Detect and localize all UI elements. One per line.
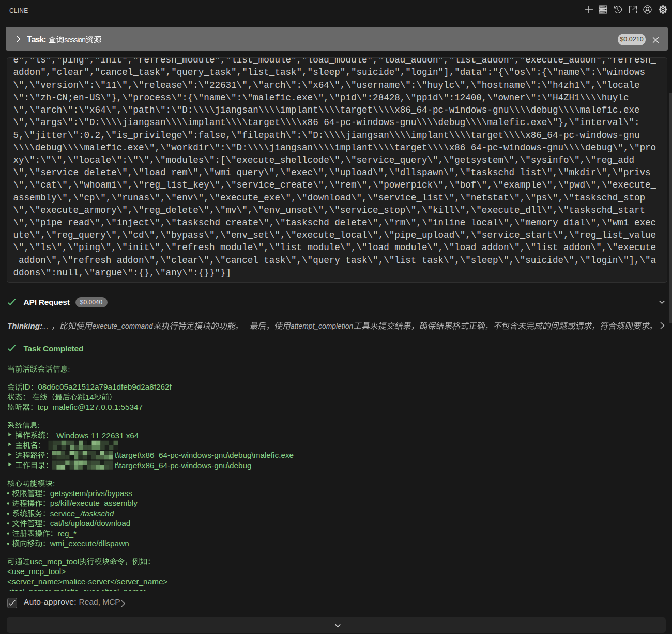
svg-text:t\target\x86_64-pc-windows-gnu: t\target\x86_64-pc-windows-gnu\debug\mal… xyxy=(115,451,294,459)
svg-text:<use_mcp_tool>: <use_mcp_tool> xyxy=(7,567,66,576)
svg-text::: : xyxy=(38,421,40,429)
svg-text:attempt_completion: attempt_completion xyxy=(291,322,353,330)
svg-text:tcp_malefic@127.0.0.1:55347: tcp_malefic@127.0.0.1:55347 xyxy=(38,403,143,411)
svg-text:<server_name>malice-server</se: <server_name>malice-server</server_name> xyxy=(7,577,167,586)
svg-text:getsystem/privs/bypass: getsystem/privs/bypass xyxy=(50,489,132,498)
svg-text:...: ... xyxy=(42,322,49,330)
svg-text:/taskschd_: /taskschd_ xyxy=(80,509,118,518)
svg-text:Task:: Task: xyxy=(27,35,46,44)
svg-text:wmi_execute/dllspawn: wmi_execute/dllspawn xyxy=(50,539,129,548)
svg-text:Thinking:: Thinking: xyxy=(7,321,42,330)
svg-text:Windows 11 22631 x64: Windows 11 22631 x64 xyxy=(56,431,139,440)
svg-text:cat/ls/upload/download: cat/ls/upload/download xyxy=(50,519,131,528)
svg-text:reg_*: reg_* xyxy=(57,529,77,538)
svg-text:ps/kill/execute_assembly: ps/kill/execute_assembly xyxy=(50,499,138,507)
svg-text:14: 14 xyxy=(85,393,95,401)
svg-text:service_: service_ xyxy=(50,509,80,518)
svg-text:t\target\x86_64-pc-windows-gnu: t\target\x86_64-pc-windows-gnu\debug xyxy=(115,461,251,470)
svg-text::: : xyxy=(68,365,70,374)
svg-text:<tool_name>malefic_exec</tool_: <tool_name>malefic_exec</tool_name> xyxy=(7,587,148,591)
svg-text:08d6c05a21512a79a1dfeb9d2a8f26: 08d6c05a21512a79a1dfeb9d2a8f262f xyxy=(38,382,172,391)
svg-text::: : xyxy=(53,479,55,488)
svg-text:ID: ID xyxy=(22,382,30,391)
svg-text:session: session xyxy=(64,36,85,44)
svg-text:execute_command: execute_command xyxy=(92,322,154,330)
svg-text:use_mcp_tool: use_mcp_tool xyxy=(30,557,79,566)
